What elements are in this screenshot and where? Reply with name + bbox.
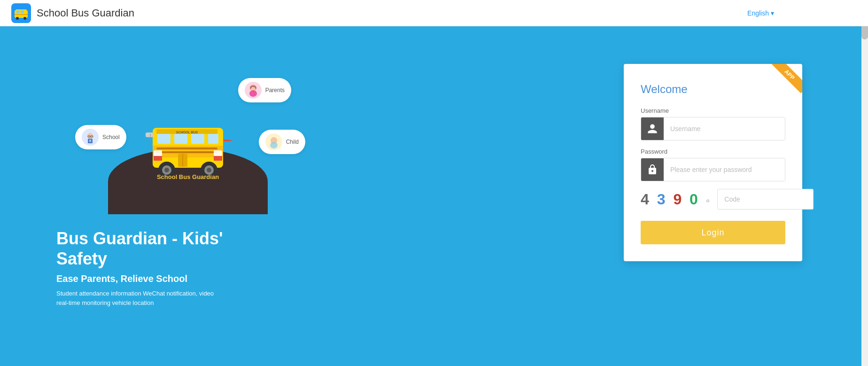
hero-title: Bus Guardian - Kids'Safety xyxy=(56,228,624,269)
logo-icon xyxy=(11,3,31,23)
hero-subtitle: Ease Parents, Relieve School xyxy=(56,273,624,284)
svg-rect-8 xyxy=(157,133,170,144)
captcha-digit-2: 3 xyxy=(657,191,667,208)
svg-point-28 xyxy=(207,168,211,172)
svg-rect-13 xyxy=(156,148,217,149)
parents-bubble: Parents xyxy=(238,78,291,102)
lock-icon xyxy=(641,158,664,181)
app-badge: APP xyxy=(771,64,802,93)
svg-rect-2 xyxy=(16,10,20,13)
svg-rect-31 xyxy=(223,140,229,141)
language-selector[interactable]: English ▾ xyxy=(747,9,774,17)
svg-marker-32 xyxy=(229,140,232,141)
captcha-input[interactable] xyxy=(717,189,814,210)
login-card: APP Welcome Username Password xyxy=(624,64,802,261)
svg-rect-15 xyxy=(154,150,162,156)
captcha-digit-4: 0 xyxy=(690,191,700,208)
password-input[interactable] xyxy=(664,158,785,181)
hero-description: Student attendance information WeChat no… xyxy=(56,289,216,307)
school-bubble: School xyxy=(75,125,126,149)
app-title: School Bus Guardian xyxy=(37,7,134,19)
password-label: Password xyxy=(641,148,785,155)
header: School Bus Guardian English ▾ xyxy=(0,0,868,26)
child-label: Child xyxy=(286,139,299,145)
svg-rect-6 xyxy=(15,14,28,15)
login-button[interactable]: Login xyxy=(641,221,785,244)
svg-rect-29 xyxy=(146,132,153,137)
svg-rect-16 xyxy=(214,150,222,156)
svg-rect-14 xyxy=(156,151,217,153)
child-bubble: Child xyxy=(259,130,305,154)
svg-rect-18 xyxy=(214,156,222,161)
username-label: Username xyxy=(641,107,785,114)
svg-rect-11 xyxy=(208,133,218,144)
captcha-display[interactable]: 4 3 9 0 ◦ xyxy=(641,191,712,208)
captcha-digit-1: 4 xyxy=(641,191,651,208)
parents-label: Parents xyxy=(265,87,285,93)
svg-rect-42 xyxy=(89,140,91,142)
svg-point-5 xyxy=(23,17,26,20)
svg-rect-10 xyxy=(191,133,204,144)
user-icon xyxy=(641,117,664,140)
svg-point-25 xyxy=(164,168,169,172)
school-label: School xyxy=(102,134,120,140)
bus-label: School Bus Guardian xyxy=(157,173,219,180)
captcha-digit-3: 9 xyxy=(673,191,683,208)
username-field-group xyxy=(641,117,785,140)
app-ribbon: APP xyxy=(769,64,802,97)
hero-section: School Bus Guardian xyxy=(56,55,624,307)
svg-rect-9 xyxy=(174,133,187,144)
svg-point-36 xyxy=(249,90,257,97)
username-input[interactable] xyxy=(664,117,785,140)
bus-scene: School Bus Guardian xyxy=(56,64,319,214)
password-field-group xyxy=(641,158,785,181)
svg-text:SCHOOL BUS: SCHOOL BUS xyxy=(176,131,198,134)
svg-rect-3 xyxy=(21,10,24,13)
captcha-row: 4 3 9 0 ◦ xyxy=(641,189,785,210)
svg-rect-17 xyxy=(154,156,162,161)
svg-point-4 xyxy=(16,17,19,20)
welcome-heading: Welcome xyxy=(641,83,785,96)
svg-point-39 xyxy=(270,142,278,148)
scrollbar[interactable] xyxy=(861,0,868,366)
main-content: School Bus Guardian xyxy=(0,26,868,366)
captcha-separator: ◦ xyxy=(706,194,712,207)
svg-rect-30 xyxy=(150,134,151,138)
